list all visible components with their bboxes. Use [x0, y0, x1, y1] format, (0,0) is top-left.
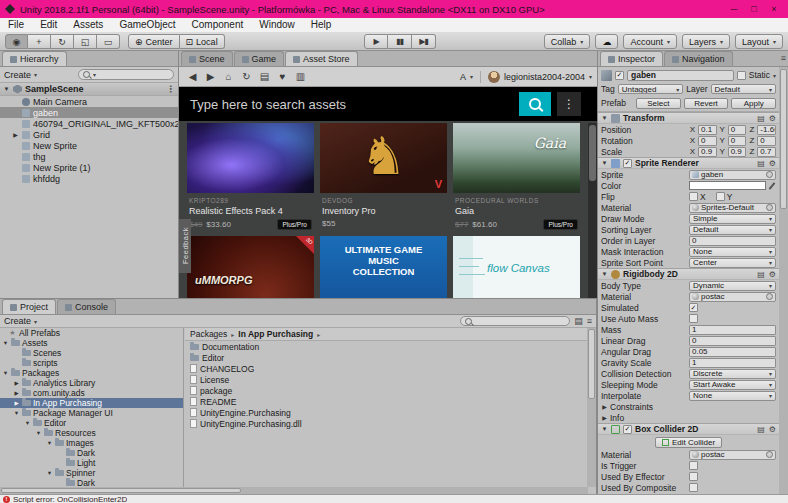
- file-item-documentation[interactable]: Documentation: [185, 341, 587, 352]
- collab-dropdown[interactable]: Collab ▾: [544, 34, 591, 49]
- scene-menu-icon[interactable]: ⋮: [166, 84, 175, 94]
- minimize-button[interactable]: ─: [725, 2, 743, 16]
- scene-header-row[interactable]: ▼ SampleScene ⋮: [0, 83, 178, 96]
- object-picker-icon[interactable]: [766, 451, 773, 458]
- search-menu-button[interactable]: ⋮: [557, 92, 581, 116]
- scale-x-field[interactable]: 0.9: [698, 147, 717, 157]
- expand-arrow-icon[interactable]: ▼: [3, 86, 10, 92]
- box-collider-section-header[interactable]: ▼ Box Collider 2D ▤ ⚙: [598, 423, 779, 435]
- component-enabled-checkbox[interactable]: [623, 159, 632, 168]
- sprite-renderer-section-header[interactable]: ▼ Sprite Renderer ▤ ⚙: [598, 157, 779, 169]
- file-item-readme[interactable]: README: [185, 396, 587, 407]
- maximize-button[interactable]: □: [745, 2, 763, 16]
- hierarchy-item-new-sprite[interactable]: New Sprite: [0, 140, 178, 151]
- project-search-input[interactable]: [460, 316, 570, 326]
- flip-x-checkbox[interactable]: [689, 192, 698, 201]
- menu-gameobject[interactable]: GameObject: [111, 18, 183, 32]
- flip-y-checkbox[interactable]: [716, 192, 725, 201]
- hierarchy-item-gaben[interactable]: gaben: [0, 107, 178, 118]
- chevron-down-icon[interactable]: ▾: [589, 73, 592, 80]
- asset-card-gaia[interactable]: Gaia PROCEDURAL WORLDS Gaia $77 $61.60 P…: [453, 123, 580, 230]
- expand-arrow-icon[interactable]: ▶: [13, 400, 20, 406]
- angular-drag-field[interactable]: 0.05: [689, 347, 776, 357]
- rotate-tool-button[interactable]: ↻: [51, 34, 74, 49]
- used-by-composite-checkbox[interactable]: [689, 483, 698, 492]
- tab-scene[interactable]: Scene: [181, 51, 233, 66]
- tab-navigation[interactable]: Navigation: [664, 51, 733, 66]
- favorites-heart-icon[interactable]: ♥: [274, 69, 291, 84]
- scrollbar-thumb[interactable]: [780, 69, 787, 209]
- file-item-unityengine-purchasing-dll[interactable]: UnityEngine.Purchasing.dll: [185, 418, 587, 429]
- expand-arrow-icon[interactable]: ▼: [24, 420, 31, 426]
- tree-item-assets[interactable]: ▼ Assets: [0, 338, 183, 348]
- panel-menu-icon[interactable]: ≡: [781, 53, 786, 63]
- gear-icon[interactable]: ⚙: [769, 270, 776, 279]
- chevron-down-icon[interactable]: ▾: [773, 72, 776, 79]
- asset-card-realistic-effects[interactable]: KRIPTO289 Realistic Effects Pack 4 $49 $…: [187, 123, 314, 230]
- simulated-checkbox[interactable]: [689, 303, 698, 312]
- expand-arrow-icon[interactable]: ▶: [13, 380, 20, 386]
- scrollbar-thumb[interactable]: [588, 329, 595, 399]
- eyedropper-icon[interactable]: [769, 182, 776, 189]
- asset-card-flow-canvas[interactable]: flow Canvas: [453, 236, 580, 298]
- expand-arrow-icon[interactable]: ▶: [601, 414, 608, 421]
- rotation-y-field[interactable]: 0: [728, 136, 747, 146]
- scrollbar-thumb[interactable]: [589, 125, 596, 181]
- sprite-sort-point-dropdown[interactable]: Center ▾: [689, 258, 776, 268]
- search-by-type-icon[interactable]: ▤: [574, 316, 583, 326]
- tab-game[interactable]: Game: [234, 51, 285, 66]
- menu-help[interactable]: Help: [303, 18, 340, 32]
- project-horizontal-scrollbar[interactable]: [0, 487, 588, 494]
- tree-item-spinner[interactable]: ▼ Spinner: [0, 468, 183, 478]
- expand-arrow-icon[interactable]: ▼: [601, 426, 608, 432]
- menu-file[interactable]: File: [0, 18, 32, 32]
- expand-arrow-icon[interactable]: ▼: [46, 470, 53, 476]
- help-book-icon[interactable]: ▤: [757, 270, 765, 279]
- static-checkbox[interactable]: [737, 71, 746, 80]
- collections-icon[interactable]: ▤: [256, 69, 273, 84]
- expand-arrow-icon[interactable]: ▼: [46, 440, 53, 446]
- tab-hierarchy[interactable]: Hierarchy: [2, 51, 67, 66]
- tree-item-package-manager-ui[interactable]: ▼ Package Manager UI: [0, 408, 183, 418]
- layer-dropdown[interactable]: Default ▾: [711, 84, 777, 94]
- project-create-dropdown[interactable]: Create ▾: [4, 316, 37, 326]
- constraints-foldout[interactable]: ▶ Constraints: [598, 401, 779, 412]
- used-by-effector-checkbox[interactable]: [689, 472, 698, 481]
- account-name[interactable]: legionista2004-2004: [504, 72, 585, 82]
- layers-dropdown[interactable]: Layers ▾: [682, 34, 730, 49]
- active-checkbox[interactable]: [615, 71, 624, 80]
- menu-edit[interactable]: Edit: [32, 18, 65, 32]
- scale-y-field[interactable]: 0.9: [728, 147, 747, 157]
- breadcrumb-current[interactable]: In App Purchasing: [238, 329, 313, 339]
- collision-detection-dropdown[interactable]: Discrete ▾: [689, 369, 776, 379]
- tree-item-images-dark[interactable]: Dark: [0, 448, 183, 458]
- help-book-icon[interactable]: ▤: [757, 425, 765, 434]
- text-size-button[interactable]: A: [460, 72, 466, 82]
- edit-collider-button[interactable]: Edit Collider: [655, 437, 722, 448]
- move-tool-button[interactable]: +: [28, 34, 51, 49]
- expand-arrow-icon[interactable]: ▶: [13, 390, 20, 396]
- tree-item-packages[interactable]: ▼ Packages: [0, 368, 183, 378]
- pivot-toggle-button[interactable]: ⊕ Center: [128, 34, 180, 49]
- menu-component[interactable]: Component: [184, 18, 252, 32]
- object-picker-icon[interactable]: [766, 293, 773, 300]
- file-item-package[interactable]: package: [185, 385, 587, 396]
- layout-dropdown[interactable]: Layout ▾: [735, 34, 783, 49]
- inspector-scrollbar[interactable]: [779, 67, 788, 494]
- gameobject-name-field[interactable]: gaben: [627, 70, 734, 81]
- menu-assets[interactable]: Assets: [65, 18, 111, 32]
- step-button[interactable]: ▶▮: [412, 34, 436, 49]
- space-toggle-button[interactable]: ⊡ Local: [180, 34, 225, 49]
- expand-arrow-icon[interactable]: ▼: [601, 271, 608, 277]
- asset-card-music-collection[interactable]: ULTIMATE GAME MUSIC COLLECTION: [320, 236, 447, 298]
- gear-icon[interactable]: ⚙: [769, 425, 776, 434]
- refresh-icon[interactable]: ↻: [238, 69, 255, 84]
- mask-interaction-dropdown[interactable]: None ▾: [689, 247, 776, 257]
- position-x-field[interactable]: 0.1: [698, 125, 717, 135]
- order-in-layer-field[interactable]: 0: [689, 236, 776, 246]
- scale-tool-button[interactable]: ◱: [74, 34, 97, 49]
- tree-item-resources[interactable]: ▼ Resources: [0, 428, 183, 438]
- position-y-field[interactable]: 0: [728, 125, 747, 135]
- status-bar[interactable]: ! Script error: OnCollisionEnter2D: [0, 494, 788, 503]
- rect-tool-button[interactable]: ▭: [97, 34, 120, 49]
